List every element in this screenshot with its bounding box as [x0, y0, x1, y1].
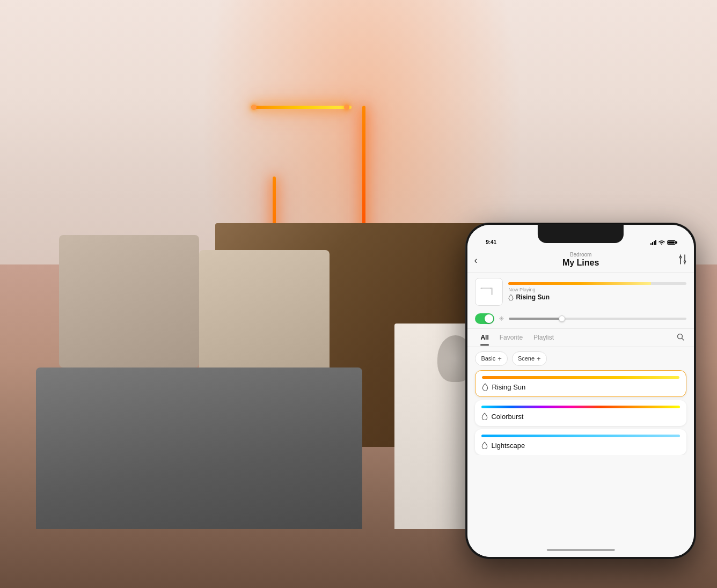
search-button[interactable] — [675, 329, 686, 347]
settings-icon — [678, 254, 687, 264]
pillow-left — [59, 235, 199, 367]
colorburst-color-bar — [481, 406, 680, 408]
home-indicator[interactable] — [547, 549, 614, 551]
svg-point-8 — [481, 288, 482, 289]
status-icons — [650, 240, 676, 246]
pillow-right — [199, 250, 330, 373]
tab-playlist[interactable]: Playlist — [528, 329, 559, 346]
phone-notch — [538, 225, 624, 243]
rising-sun-drop-icon — [482, 383, 488, 391]
tab-all[interactable]: All — [475, 329, 494, 346]
category-row: Basic + Scene + — [467, 347, 694, 370]
scene-category-button[interactable]: Scene + — [512, 351, 547, 366]
brightness-slider[interactable] — [509, 318, 686, 320]
signal-icon — [650, 240, 656, 245]
basic-category-button[interactable]: Basic + — [475, 351, 508, 366]
connector-dot-2 — [344, 105, 349, 110]
lines-device-icon — [479, 282, 499, 302]
battery-icon — [667, 240, 676, 245]
search-icon — [677, 333, 684, 341]
page-title: My Lines — [475, 258, 686, 268]
app-content: ‹ Bedroom My Lines — [467, 248, 694, 557]
lightscape-drop-icon — [481, 442, 488, 449]
phone-frame: 9:41 — [466, 223, 696, 558]
colorburst-drop-icon — [481, 413, 488, 420]
line-horizontal — [251, 106, 352, 109]
device-section: Now Playing Rising Sun — [467, 273, 694, 311]
phone-wrapper: 9:41 — [466, 223, 696, 558]
drop-icon — [508, 294, 514, 300]
rising-sun-name-row: Rising Sun — [482, 383, 679, 391]
blanket — [36, 367, 362, 529]
settings-button[interactable] — [678, 254, 687, 266]
power-toggle[interactable] — [475, 313, 494, 324]
device-preview-card — [475, 278, 503, 306]
status-time: 9:41 — [486, 239, 496, 246]
brightness-sun-icon: ☀ — [499, 315, 504, 322]
scene-color-preview — [508, 282, 686, 285]
room-label: Bedroom — [475, 252, 686, 258]
wifi-icon — [658, 240, 665, 245]
brightness-thumb — [559, 315, 565, 322]
colorburst-name-row: Colorburst — [481, 413, 680, 421]
color-bar — [508, 282, 686, 285]
toggle-knob — [485, 314, 493, 323]
scene-add-icon: + — [537, 355, 541, 363]
connector-dot-1 — [251, 105, 257, 110]
lightscape-color-bar — [481, 435, 680, 437]
scene-card-colorburst[interactable]: Colorburst — [475, 400, 686, 426]
lightscape-name-row: Lightscape — [481, 442, 680, 450]
controls-row: ☀ — [467, 311, 694, 328]
rising-sun-color-bar — [482, 376, 679, 379]
tab-favorite[interactable]: Favorite — [494, 329, 528, 346]
now-playing-scene: Rising Sun — [508, 293, 686, 301]
scene-card-lightscape[interactable]: Lightscape — [475, 429, 686, 455]
tabs-bar: All Favorite Playlist — [467, 329, 694, 347]
scene-list: Rising Sun Colorburst — [467, 370, 694, 455]
svg-point-9 — [491, 288, 492, 289]
scene-card-rising-sun[interactable]: Rising Sun — [475, 370, 686, 397]
now-playing-label: Now Playing — [508, 287, 686, 292]
svg-line-11 — [682, 338, 684, 340]
back-button[interactable]: ‹ — [474, 254, 477, 266]
app-header: ‹ Bedroom My Lines — [467, 248, 694, 272]
phone-screen: 9:41 — [467, 225, 694, 557]
device-info: Now Playing Rising Sun — [508, 282, 686, 301]
basic-add-icon: + — [497, 355, 502, 363]
bottom-fade — [467, 532, 694, 557]
battery-fill — [668, 241, 675, 244]
